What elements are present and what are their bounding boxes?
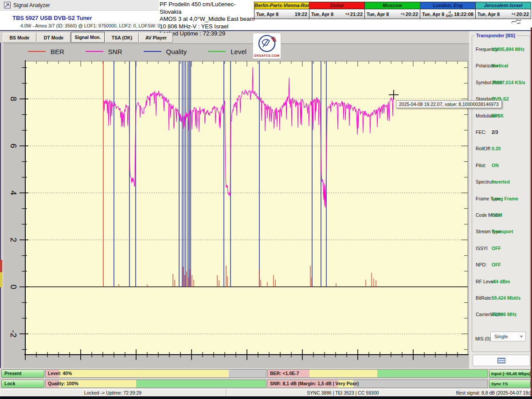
transponder-row: BitRate: 59,424 Mbit/s	[472, 295, 531, 302]
clock-utc-offset: +1	[401, 12, 406, 16]
world-clocks: Berlin-Paris-Vienna-Roma Tue, Apr 8 19:2…	[254, 2, 531, 19]
quality-bar-label: Quality: 100%	[48, 381, 78, 386]
lock-badge: Lock	[1, 379, 44, 388]
window-title: Signal Analyzer	[13, 2, 50, 8]
svg-text:-2: -2	[9, 330, 18, 338]
status-bar: Locked -> Uptime: 72:39:29 SYNC 3886 | T…	[0, 389, 532, 396]
site-info-line3: 10 806 MHz-V : YES Israel	[160, 23, 255, 31]
level-bar-label: Level: 40%	[48, 371, 72, 376]
site-info-line1: PF Prodelin 450 cm/Lučenec-Slovakia	[160, 1, 255, 16]
transponder-row: Stream type: Transport	[472, 229, 531, 235]
quality-bar: Quality: 100%	[45, 379, 266, 388]
clock-time-row: Tue, Apr 8 -1 DST 18:22:08	[420, 9, 475, 19]
clock-time-row: Tue, Apr 8 19:22	[254, 9, 309, 19]
ber-bar-label: BER: <1.0E-7	[270, 371, 299, 376]
satellite-dish-icon	[253, 33, 281, 53]
chart-legend: BER SNR Quality Level	[28, 47, 268, 56]
legend-item: BER	[28, 48, 64, 55]
transponder-row: NPD: OFF	[472, 262, 531, 269]
clock-0: Berlin-Paris-Vienna-Roma Tue, Apr 8 19:2…	[254, 2, 309, 19]
legend-line-swatch	[86, 51, 103, 52]
transponder-title: Transponder [BS]	[474, 33, 517, 38]
svg-text:2: 2	[9, 238, 18, 243]
transponder-row: ISSYI OFF	[472, 246, 531, 252]
input-bitrate-badge: Input (~55,45 Mbps)	[489, 369, 531, 378]
clock-utc-offset: +2	[345, 12, 350, 16]
tuner-details: 4.0W - Amos 3/7 (ID: 3560) @ LOF1: 97500…	[20, 23, 160, 28]
clock-time-row: Tue, Apr 8 +1 20:22	[365, 9, 420, 19]
clock-1: Dubai Tue, Apr 8 +2 21:22	[309, 2, 365, 19]
mis-selected-value: Single	[494, 334, 508, 339]
app-icon	[4, 2, 11, 10]
snr-bar: SNR: 8,1 dB (Margin: 1,5 dB | Very Poor)	[267, 379, 488, 388]
transponder-row: Polarization: Vertical	[472, 63, 531, 70]
transponder-row: RollOff: 0.20	[472, 146, 531, 153]
clock-2: Moscow Tue, Apr 8 +1 20:22	[365, 2, 420, 19]
site-info-line4: Locked Uptime : 72:39:29	[160, 30, 255, 38]
level-bar: Level: 40%	[45, 369, 266, 378]
mis-dropdown[interactable]: Single	[490, 332, 526, 341]
tab-signal-mon-[interactable]: Signal Mon.	[71, 32, 105, 43]
device-icon	[497, 358, 505, 364]
clock-city-header: Dubai	[309, 2, 364, 9]
tab-tsa-ok-[interactable]: TSA (OK)	[105, 33, 139, 43]
snr-bar-label: SNR: 8,1 dB (Margin: 1,5 dB | Very Poor)	[270, 381, 359, 386]
tab-bs-mode[interactable]: BS Mode	[3, 33, 36, 43]
clock-3: London, Eng Tue, Apr 8 -1 DST 18:22:08	[420, 2, 476, 19]
clock-utc-offset: +1	[512, 12, 516, 16]
status-uptime: Locked -> Uptime: 72:39:29	[0, 389, 226, 396]
dxsatcs-logo: DXSATCS.COM	[253, 33, 281, 59]
transponder-row: Modulation: 8PSK	[472, 113, 531, 120]
legend-item: Quality	[144, 48, 187, 55]
tuner-name: TBS 5927 USB DVB-S2 Tuner	[12, 15, 92, 21]
clock-city-header: Berlin-Paris-Vienna-Roma	[254, 2, 309, 9]
mode-tabs: BS ModeDT ModeSignal Mon.TSA (OK)AV Play…	[3, 33, 173, 43]
transponder-row: CarrierWidth: 35,996 MHz	[472, 312, 531, 318]
tab-av-player[interactable]: AV Player	[139, 33, 173, 43]
taskbar-edge	[0, 396, 532, 399]
clock-4: Jerusalem-Israel Tue, Apr 8 +1 20:22	[476, 2, 531, 19]
background-window-edge-yellow	[0, 272, 2, 287]
legend-item: Level	[208, 48, 246, 55]
transponder-row: Spectrum: Inverted	[472, 179, 531, 186]
legend-line-swatch	[208, 51, 226, 52]
transponder-row: RF Level: -44 dBm	[472, 279, 531, 286]
device-button[interactable]	[473, 355, 530, 366]
transponder-row: Symbol Rate: 29997,014 KS/s	[472, 80, 531, 86]
background-window-edge-left2	[1, 43, 2, 368]
window-title-bar[interactable]: Signal Analyzer	[0, 0, 159, 11]
transponder-row: Code Mode: CCM	[472, 212, 531, 219]
sync-ts-badge: Sync TS	[489, 379, 531, 388]
legend-line-swatch	[28, 51, 46, 52]
tab-dt-mode[interactable]: DT Mode	[37, 33, 70, 43]
ber-bar: BER: <1.0E-7	[267, 369, 488, 378]
transponder-row: Pilot: ON	[472, 163, 531, 169]
svg-text:4: 4	[9, 191, 18, 196]
clock-time-row: Tue, Apr 8 +2 21:22	[309, 9, 364, 19]
transponder-row: Frequency: 10805,894 MHz	[472, 47, 531, 53]
clock-city-header: Jerusalem-Israel	[476, 2, 531, 9]
mis-label: MIS (0):	[475, 336, 492, 341]
clock-time-row: Tue, Apr 8 +1 20:22	[476, 9, 531, 19]
signature-icon	[511, 18, 522, 27]
transponder-row: Frame Type: Long Frame	[472, 196, 531, 203]
logo-caption: DXSATCS.COM	[253, 54, 281, 58]
clock-utc-offset: -1 DST	[446, 11, 454, 18]
site-info: PF Prodelin 450 cm/Lučenec-Slovakia AMOS…	[160, 1, 255, 38]
svg-text:6: 6	[9, 144, 18, 149]
site-info-line2: AMOS 3 at 4,0°W_Middle East beam	[160, 16, 255, 23]
transponder-groupbox: Frequency: 10805,894 MHz Polarization: V…	[472, 35, 530, 352]
background-window-edge-red	[0, 260, 2, 272]
status-best-signal: Best signal: 8,8 dB (2025-04-07 19:16)	[460, 389, 532, 396]
legend-line-swatch	[144, 51, 161, 52]
transponder-row: FEC: 2/3	[472, 129, 531, 136]
chevron-down-icon	[520, 336, 523, 338]
plot-tooltip: 2025-04-08 19.22.07, value: 8,1000003814…	[396, 100, 502, 108]
status-sync-counters: SYNC 3886 | TEI 3523 | CC 59300	[226, 389, 460, 396]
clock-city-header: London, Eng	[420, 2, 475, 9]
svg-text:8: 8	[9, 97, 18, 102]
header: Signal Analyzer TBS 5927 USB DVB-S2 Tune…	[0, 0, 532, 31]
legend-item: SNR	[86, 48, 122, 55]
svg-text:0: 0	[9, 285, 18, 289]
present-badge: Present	[1, 369, 44, 378]
